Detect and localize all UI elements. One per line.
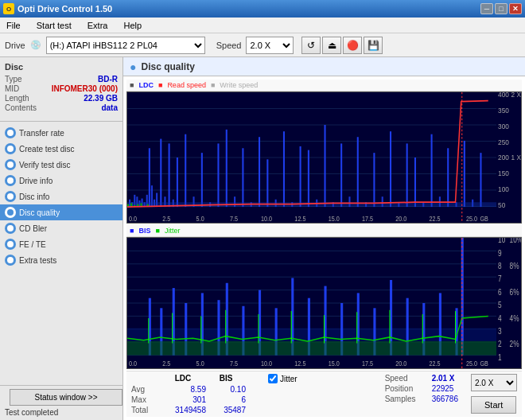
sidebar-item-transfer-rate[interactable]: Transfer rate xyxy=(0,125,122,141)
svg-text:2.5: 2.5 xyxy=(162,360,170,368)
svg-rect-69 xyxy=(464,141,465,207)
menu-help[interactable]: Help xyxy=(120,19,145,32)
legend-read-speed: Read speed xyxy=(167,81,206,89)
chart2-container: 10 9 8 7 6 5 4 3 2 1 10% 8% 6% xyxy=(126,237,522,369)
svg-text:5.0: 5.0 xyxy=(196,215,204,223)
svg-text:9: 9 xyxy=(498,249,502,258)
disc-length-value: 22.39 GB xyxy=(84,94,118,103)
svg-text:3: 3 xyxy=(498,327,502,336)
svg-rect-54 xyxy=(340,143,342,207)
svg-text:300: 300 xyxy=(498,122,509,130)
position-stat-label: Position xyxy=(385,384,429,393)
svg-rect-40 xyxy=(226,130,228,207)
disc-section-title: Disc xyxy=(5,62,118,72)
sidebar-item-create-test-disc[interactable]: Create test disc xyxy=(0,141,122,157)
disc-mid-value: INFOMER30 (000) xyxy=(52,84,118,93)
svg-text:250: 250 xyxy=(498,138,509,146)
info-button[interactable]: 🔴 xyxy=(343,37,362,54)
disc-type-label: Type xyxy=(5,75,22,84)
svg-text:17.5: 17.5 xyxy=(362,215,373,223)
svg-text:15.0: 15.0 xyxy=(329,360,340,368)
svg-rect-39 xyxy=(217,143,219,207)
svg-text:1: 1 xyxy=(498,353,502,362)
jitter-checkbox[interactable] xyxy=(268,374,278,383)
sidebar-item-fe-te[interactable]: FE / TE xyxy=(0,236,122,252)
minimize-button[interactable]: ─ xyxy=(480,3,493,14)
status-section: Status window >> Test completed xyxy=(0,385,122,420)
svg-text:7: 7 xyxy=(498,275,502,284)
svg-text:4%: 4% xyxy=(510,314,519,323)
content-area: ● Disc quality ■ LDC ■ Read speed ■ Writ… xyxy=(123,57,525,420)
sidebar-item-disc-info[interactable]: Disc info xyxy=(0,189,122,204)
refresh-button[interactable]: ↺ xyxy=(301,37,321,54)
svg-text:25.0: 25.0 xyxy=(466,360,477,368)
sidebar-item-extra-tests[interactable]: Extra tests xyxy=(0,252,122,268)
svg-text:12.5: 12.5 xyxy=(294,215,305,223)
sidebar-item-disc-quality[interactable]: Disc quality xyxy=(0,204,122,220)
svg-text:50: 50 xyxy=(498,201,505,210)
svg-text:12.5: 12.5 xyxy=(294,360,305,368)
svg-text:8: 8 xyxy=(498,262,502,270)
chart1-container: 400 350 300 250 200 150 100 50 2 X 1 X xyxy=(126,91,522,224)
position-stat-value: 22925 xyxy=(432,384,454,393)
stats-max-label: Max xyxy=(131,395,160,404)
speed-select-stats[interactable]: 2.0 X xyxy=(471,374,517,391)
speed-select[interactable]: 2.0 X xyxy=(246,37,294,54)
drive-bar: Drive 💿 (H:) ATAPI iHBS112 2 PL04 Speed … xyxy=(0,33,525,57)
svg-text:6%: 6% xyxy=(510,288,519,297)
content-title: Disc quality xyxy=(141,61,194,72)
start-button[interactable]: Start xyxy=(471,396,516,414)
legend-bis: BIS xyxy=(138,227,150,235)
sidebar-item-cd-bler[interactable]: CD Bler xyxy=(0,220,122,236)
svg-rect-60 xyxy=(390,131,391,207)
svg-text:10.0: 10.0 xyxy=(261,215,272,223)
svg-text:2 X: 2 X xyxy=(511,92,521,99)
svg-text:100: 100 xyxy=(498,185,509,194)
disc-type-value: BD-R xyxy=(98,75,118,84)
legend-jitter: Jitter xyxy=(165,227,181,235)
svg-text:2.5: 2.5 xyxy=(162,215,170,223)
svg-text:22.5: 22.5 xyxy=(430,215,441,223)
speed-stat-label: Speed xyxy=(385,374,429,383)
svg-text:150: 150 xyxy=(498,169,509,178)
chart2-svg: 10 9 8 7 6 5 4 3 2 1 10% 8% 6% xyxy=(127,238,521,368)
svg-text:2%: 2% xyxy=(510,340,519,349)
eject-button[interactable]: ⏏ xyxy=(322,37,341,54)
sidebar-item-drive-info[interactable]: Drive info xyxy=(0,173,122,189)
svg-text:10%: 10% xyxy=(510,238,521,244)
svg-rect-141 xyxy=(127,341,496,356)
app-title: Opti Drive Control 1.50 xyxy=(18,4,112,14)
svg-text:5: 5 xyxy=(498,301,502,310)
content-header: ● Disc quality xyxy=(123,57,525,76)
chart1-svg: 400 350 300 250 200 150 100 50 2 X 1 X xyxy=(127,92,521,223)
menu-extra[interactable]: Extra xyxy=(84,19,111,32)
svg-rect-67 xyxy=(447,148,449,207)
svg-rect-42 xyxy=(242,148,243,207)
svg-text:0.0: 0.0 xyxy=(129,215,137,223)
svg-text:15.0: 15.0 xyxy=(329,215,340,223)
stats-max-ldc: 301 xyxy=(160,395,206,404)
maximize-button[interactable]: □ xyxy=(495,3,508,14)
svg-rect-47 xyxy=(283,131,285,207)
menu-file[interactable]: File xyxy=(3,19,24,32)
disc-contents-label: Contents xyxy=(5,103,37,112)
stats-avg-bis: 0.10 xyxy=(206,385,246,394)
disc-quality-icon: ● xyxy=(130,60,136,73)
charts-area: ■ LDC ■ Read speed ■ Write speed xyxy=(123,76,525,420)
svg-text:10: 10 xyxy=(498,238,505,244)
save-button[interactable]: 💾 xyxy=(364,37,383,54)
svg-rect-44 xyxy=(259,137,260,207)
svg-text:5.0: 5.0 xyxy=(196,360,204,368)
disc-contents-value: data xyxy=(101,103,118,112)
drive-select[interactable]: (H:) ATAPI iHBS112 2 PL04 xyxy=(46,37,205,54)
sidebar-item-verify-test-disc[interactable]: Verify test disc xyxy=(0,157,122,173)
stats-ldc-header: LDC xyxy=(160,374,206,383)
svg-rect-71 xyxy=(480,153,481,207)
menu-start-test[interactable]: Start test xyxy=(33,19,75,32)
disc-length-label: Length xyxy=(5,94,29,103)
svg-text:GB: GB xyxy=(480,360,488,368)
close-button[interactable]: ✕ xyxy=(509,3,522,14)
test-completed-label: Test completed xyxy=(5,408,118,417)
svg-rect-62 xyxy=(406,143,408,207)
status-window-button[interactable]: Status window >> xyxy=(10,389,122,406)
